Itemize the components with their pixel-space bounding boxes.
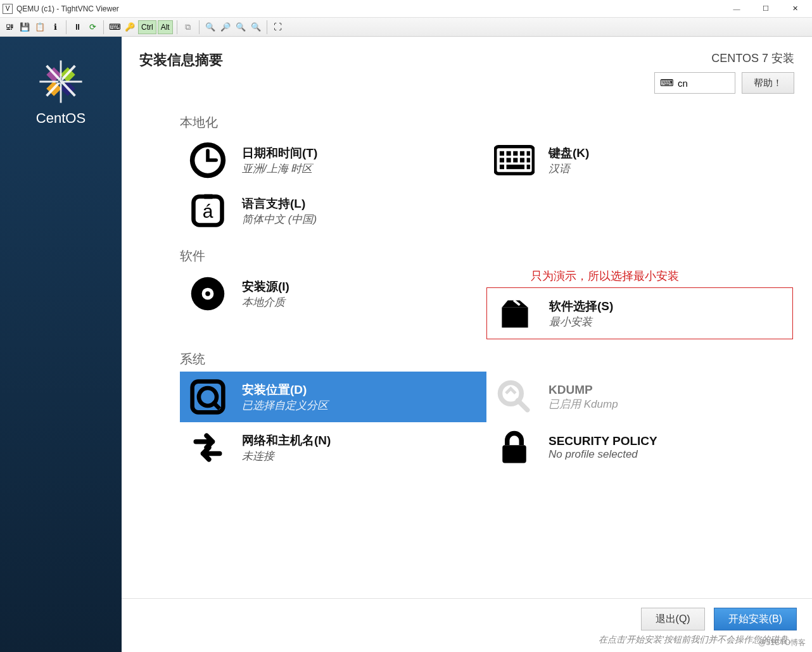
spoke-label: 日期和时间(T) [242,145,317,161]
spoke-label: KDUMP [549,383,618,397]
spoke-destination[interactable]: 安装位置(D) 已选择自定义分区 [180,372,486,422]
spoke-value: No profile selected [549,448,657,461]
spoke-value: 本地介质 [242,295,289,310]
zoom-auto-icon[interactable]: 🔍 [249,20,263,34]
footer-hint: 在点击'开始安装'按钮前我们并不会操作您的磁盘。 [599,634,797,646]
spoke-value: 已选择自定义分区 [242,398,328,413]
window-title: QEMU (c1) - TightVNC Viewer [16,4,722,13]
keyboard-large-icon [494,140,535,180]
spoke-security[interactable]: SECURITY POLICY No profile selected [486,422,793,473]
product-name: CENTOS 7 安装 [654,51,794,66]
section-localization-title: 本地化 [180,114,793,131]
svg-point-24 [205,291,210,296]
svg-rect-18 [527,158,530,162]
app-icon: V [3,4,13,14]
fullscreen-icon[interactable]: ⛶ [271,20,285,34]
svg-rect-12 [520,151,524,156]
disc-icon [187,273,228,314]
maximize-button[interactable]: ☐ [751,0,780,18]
page-title: 安装信息摘要 [139,51,654,70]
spoke-value: 简体中文 (中国) [242,212,317,227]
keyboard-icon: ⌨ [660,77,674,89]
ctrl-toggle[interactable]: Ctrl [138,20,156,34]
svg-rect-20 [507,165,524,169]
copy-icon[interactable]: ⧉ [181,20,195,34]
disk-icon [187,377,228,417]
new-connection-icon[interactable]: 🖳 [3,20,16,34]
spoke-datetime[interactable]: 日期和时间(T) 亚洲/上海 时区 [180,135,486,185]
svg-text:á: á [203,201,213,222]
spoke-value: 最小安装 [549,315,613,329]
svg-rect-21 [527,165,530,169]
svg-rect-11 [513,151,517,156]
spoke-label: 安装位置(D) [242,382,328,398]
clock-icon [187,140,228,180]
svg-rect-7 [204,194,212,199]
spoke-network[interactable]: 网络和主机名(N) 未连接 [180,422,486,473]
svg-rect-9 [500,151,504,156]
section-system-title: 系统 [180,351,793,368]
section-software-title: 软件 [180,248,793,265]
spoke-language[interactable]: á 语言支持(L) 简体中文 (中国) [180,185,486,236]
svg-rect-19 [500,165,504,169]
svg-rect-13 [527,151,530,156]
svg-rect-28 [502,445,526,463]
spoke-label: 语言支持(L) [242,196,317,212]
vnc-toolbar: 🖳 💾 📋 ℹ ⏸ ⟳ ⌨ 🔑 Ctrl Alt ⧉ 🔍 🔎 🔍 🔍 ⛶ [0,18,812,37]
centos-logo-icon [39,60,83,104]
zoom-in-icon[interactable]: 🔍 [203,20,217,34]
lock-icon [494,427,535,468]
spoke-keyboard[interactable]: 键盘(K) 汉语 [486,135,793,185]
svg-rect-17 [520,158,524,162]
quit-button[interactable]: 退出(Q) [641,608,705,630]
spoke-label: 安装源(I) [242,279,289,295]
zoom-100-icon[interactable]: 🔍 [234,20,248,34]
zoom-out-icon[interactable]: 🔎 [219,20,232,34]
minimize-button[interactable]: — [722,0,751,18]
spoke-kdump[interactable]: KDUMP 已启用 Kdump [486,372,793,422]
spoke-value: 汉语 [549,161,589,176]
close-button[interactable]: ✕ [780,0,809,18]
network-icon [187,427,228,468]
spoke-value: 亚洲/上海 时区 [242,161,317,176]
spoke-source[interactable]: 安装源(I) 本地介质 [180,268,486,319]
language-icon: á [187,191,228,231]
save-icon[interactable]: 💾 [18,20,32,34]
spoke-value: 未连接 [242,449,331,463]
info-icon[interactable]: ℹ [48,20,62,34]
spoke-value: 已启用 Kdump [549,397,618,411]
package-icon [495,293,535,334]
spoke-label: SECURITY POLICY [549,434,657,448]
send-keys-icon[interactable]: 🔑 [123,20,137,34]
installer-sidebar: CentOS [0,37,122,652]
spoke-label: 软件选择(S) [549,298,613,315]
options-icon[interactable]: 📋 [33,20,47,34]
begin-install-button[interactable]: 开始安装(B) [714,608,797,630]
svg-rect-16 [513,158,517,162]
spoke-label: 键盘(K) [549,145,589,161]
magnifier-icon [494,377,535,417]
alt-toggle[interactable]: Alt [158,20,173,34]
svg-rect-15 [507,158,511,162]
annotation-demo-note: 只为演示，所以选择最小安装 [531,268,793,284]
window-titlebar: V QEMU (c1) - TightVNC Viewer — ☐ ✕ [0,0,812,18]
svg-rect-14 [500,158,504,162]
language-selector[interactable]: ⌨ cn [654,72,735,94]
svg-rect-10 [507,151,511,156]
refresh-icon[interactable]: ⟳ [86,20,99,34]
centos-logo-text: CentOS [36,110,86,127]
spoke-software-selection[interactable]: 软件选择(S) 最小安装 [486,287,793,339]
pause-icon[interactable]: ⏸ [70,20,84,34]
send-cad-icon[interactable]: ⌨ [108,20,122,34]
spoke-label: 网络和主机名(N) [242,432,331,449]
language-code: cn [678,78,688,89]
help-button[interactable]: 帮助！ [742,72,794,94]
